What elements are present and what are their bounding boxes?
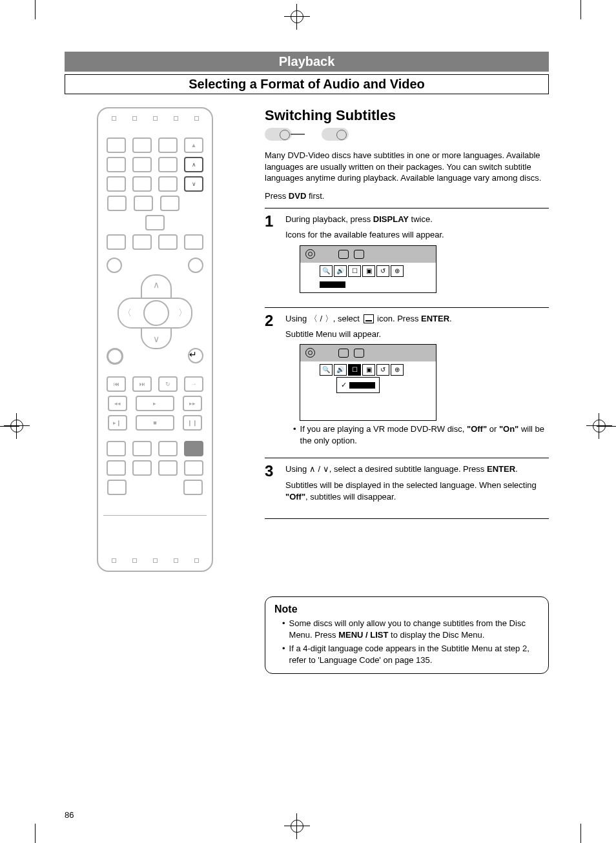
step-1: 1 During playback, press DISPLAY twice. … [265, 208, 549, 301]
section-header: Selecting a Format of Audio and Video [65, 74, 549, 94]
step-3: 3 Using ∧ / ∨, select a desired subtitle… [265, 458, 549, 513]
osd-diagram-2: 🔍🔊☐▣↺⊕ ✓ [300, 344, 436, 421]
pre-step-text: Press DVD first. [265, 190, 549, 202]
osd-diagram-1: 🔍🔊☐▣↺⊕ [300, 245, 436, 293]
subtitle-icon [364, 314, 374, 323]
chapter-header: Playback [65, 52, 549, 72]
step-2: 2 Using 〈 / 〉, select icon. Press ENTER.… [265, 308, 549, 453]
topic-heading: Switching Subtitles [265, 107, 549, 124]
remote-illustration: ▲ ∧ ∨ ∧∨ 〈〉 ↵ ⏮⏭↻→ ◂◂▸▸▸ ▸❙■❙❙ [65, 107, 245, 674]
intro-text: Many DVD-Video discs have subtitles in o… [265, 150, 549, 184]
disc-type-icons [265, 128, 549, 141]
page-number: 86 [65, 810, 74, 820]
note-box: Note •Some discs will only allow you to … [265, 596, 549, 674]
